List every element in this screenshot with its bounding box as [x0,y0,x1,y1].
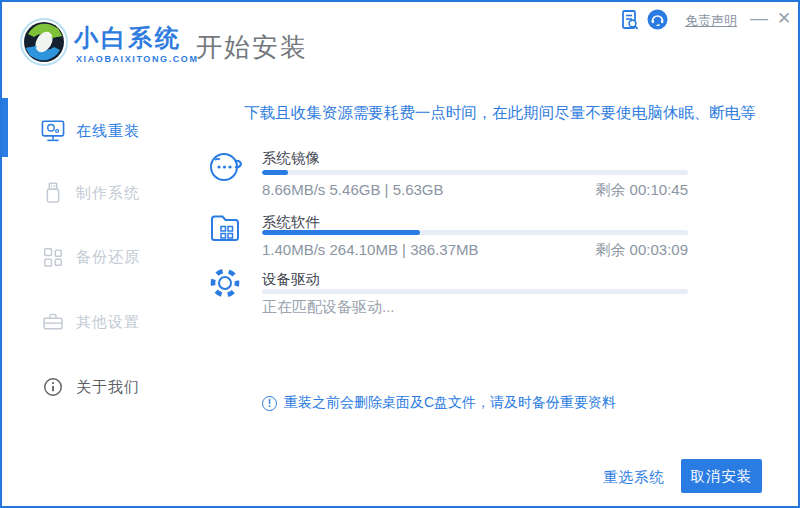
page-title: 开始安装 [196,30,308,65]
time-remaining: 剩余 00:03:09 [595,241,688,260]
progress-bar [262,170,688,175]
task-status-text: 正在匹配设备驱动... [262,298,395,317]
sidebar-item-label: 其他设置 [76,313,140,332]
sidebar-item-about-us[interactable]: 关于我们 [2,367,200,407]
sidebar-item-label: 在线重装 [76,122,140,141]
folder-apps-icon [206,208,244,246]
disclaimer-link[interactable]: 免责声明 [685,12,737,30]
briefcase-icon [40,309,66,335]
task-name: 设备驱动 [262,270,320,289]
task-stats-row: 1.40MB/s 264.10MB | 386.37MB 剩余 00:03:09 [262,241,688,260]
backup-notice-text: 重装之前会删除桌面及C盘文件，请及时备份重要资料 [284,394,616,412]
backup-notice: ! 重装之前会删除桌面及C盘文件，请及时备份重要资料 [262,394,616,412]
customer-service-icon[interactable] [647,9,668,30]
time-remaining: 剩余 00:10:45 [595,181,688,200]
cancel-install-button[interactable]: 取消安装 [681,459,762,493]
close-button[interactable]: ✕ [773,4,795,33]
app-logo-icon [18,16,70,68]
info-icon [40,374,66,400]
app-title: 小白系统 [74,22,182,54]
sidebar-item-label: 备份还原 [76,248,140,267]
blocks-icon [40,244,66,270]
alert-circle-icon: ! [262,396,277,411]
minimize-button[interactable]: — [746,4,772,33]
document-search-icon[interactable] [620,9,640,31]
sidebar-item-other-settings[interactable]: 其他设置 [2,302,200,342]
sidebar-item-online-reinstall[interactable]: 在线重装 [2,111,200,151]
task-name: 系统镜像 [262,149,320,168]
app-subtitle: XIAOBAIXITONG.COM [76,54,199,64]
task-stats-row: 8.66MB/s 5.46GB | 5.63GB 剩余 00:10:45 [262,181,688,200]
progress-bar [262,289,688,294]
progress-fill [262,230,420,235]
download-stats: 8.66MB/s 5.46GB | 5.63GB [262,181,444,200]
sidebar-item-make-system[interactable]: 制作系统 [2,173,200,213]
monitor-icon [40,118,66,144]
sidebar-item-label: 制作系统 [76,184,140,203]
sidebar-item-backup-restore[interactable]: 备份还原 [2,237,200,277]
progress-bar [262,230,688,235]
gear-icon [206,264,244,302]
face-chat-icon [206,148,244,186]
usb-drive-icon [40,180,66,206]
download-stats: 1.40MB/s 264.10MB | 386.37MB [262,241,479,260]
download-warning-text: 下载且收集资源需要耗费一点时间，在此期间尽量不要使电脑休眠、断电等 [200,103,800,124]
reselect-system-button[interactable]: 重选系统 [603,468,665,487]
app-window: 小白系统 XIAOBAIXITONG.COM 开始安装 免责声明 — ✕ [0,0,800,508]
progress-fill [262,170,288,175]
sidebar-item-label: 关于我们 [76,378,140,397]
